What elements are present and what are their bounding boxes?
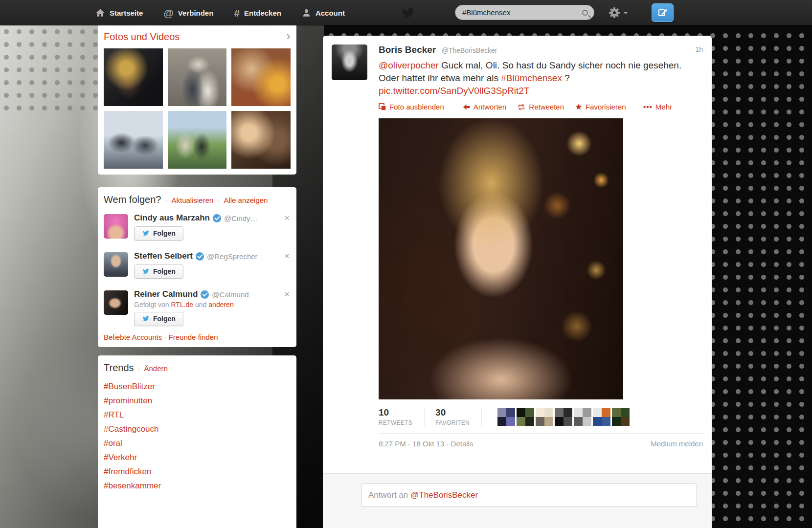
avatar[interactable] [574, 408, 591, 426]
photo-icon [379, 103, 386, 111]
timestamp-details: 8:27 PM - 18 Okt 13 · Details [379, 440, 473, 448]
nav-menu: Startseite @ Verbinden # Entdecken Accou… [95, 0, 345, 25]
home-icon [95, 8, 105, 18]
tweet-full-timestamp: 8:27 PM - 18 Okt 13 [379, 440, 444, 448]
nav-item-label: Startseite [110, 9, 143, 17]
find-friends-link[interactable]: Freunde finden [169, 333, 218, 341]
report-media-link[interactable]: Medium melden [651, 440, 703, 448]
avatar[interactable] [536, 408, 553, 426]
verified-badge-icon [201, 290, 209, 299]
person-icon [302, 8, 311, 18]
avatar[interactable] [104, 290, 128, 315]
follow-button-label: Folgen [153, 315, 176, 323]
retweet-icon [517, 104, 526, 110]
trend-link[interactable]: #BusenBlitzer [104, 382, 155, 391]
tweet-detail-card: Boris Becker @TheBorisBecker 1h @oliverp… [323, 36, 712, 528]
photo-thumbnail[interactable] [231, 48, 291, 106]
trend-link[interactable]: #RTL [104, 410, 124, 419]
suggestion-name[interactable]: Steffen Seibert [134, 251, 193, 261]
avatar[interactable] [497, 408, 515, 426]
trend-link[interactable]: #fremdficken [104, 467, 151, 476]
follow-button[interactable]: Folgen [134, 226, 183, 241]
avatar[interactable] [104, 214, 128, 239]
suggestion-name[interactable]: Cindy aus Marzahn [134, 213, 210, 223]
avatar[interactable] [104, 252, 128, 277]
tweet-meta-row: 8:27 PM - 18 Okt 13 · Details Medium mel… [379, 434, 703, 454]
tweet-author-avatar[interactable] [332, 44, 367, 80]
photo-thumbnail[interactable] [168, 48, 227, 106]
view-all-link[interactable]: Alle anzeigen [224, 196, 268, 204]
tweet-timestamp-relative[interactable]: 1h [695, 45, 703, 53]
tweet-action-bar: Foto ausblenden Antworten Retweeten Favo… [379, 103, 672, 111]
trend-list: #BusenBlitzer #prominutten #RTL #Casting… [104, 379, 291, 493]
popular-accounts-link[interactable]: Beliebte Accounts [104, 333, 162, 341]
pic-link[interactable]: pic.twitter.com/SanDyV0llG3SpRit2T [379, 85, 694, 97]
details-link[interactable]: Details [451, 440, 474, 448]
retweet-action[interactable]: Retweeten [517, 103, 564, 111]
close-icon[interactable]: × [284, 289, 290, 299]
verified-badge-icon [213, 214, 221, 222]
tweet-media-photo[interactable] [379, 118, 623, 399]
follow-button[interactable]: Folgen [134, 264, 183, 279]
avatar[interactable] [555, 408, 572, 426]
photos-videos-title[interactable]: Fotos und Videos [104, 31, 180, 43]
retweets-stat[interactable]: 10 RETWEETS [379, 407, 425, 426]
twitter-bird-icon[interactable] [400, 6, 416, 20]
avatar[interactable] [612, 408, 630, 426]
compose-tweet-button[interactable] [652, 3, 674, 22]
close-icon[interactable]: × [284, 213, 290, 222]
tweet-author-name[interactable]: Boris Becker [379, 44, 436, 55]
nav-item-account[interactable]: Account [302, 8, 345, 18]
suggestion-name[interactable]: Reiner Calmund [134, 289, 198, 299]
tweet-author-handle[interactable]: @TheBorisBecker [442, 46, 497, 54]
hide-photo-action[interactable]: Foto ausblenden [379, 103, 444, 111]
search-box[interactable] [455, 5, 594, 20]
change-trends-link[interactable]: Ändern [144, 364, 168, 373]
suggestion-handle[interactable]: @Calmund [212, 290, 248, 299]
nav-item-connect[interactable]: @ Verbinden [163, 8, 213, 18]
settings-menu-button[interactable] [609, 7, 628, 18]
reply-action[interactable]: Antworten [463, 103, 507, 111]
verified-badge-icon [196, 252, 204, 261]
trend-link[interactable]: #prominutten [104, 396, 152, 405]
close-icon[interactable]: × [284, 251, 290, 261]
trend-link[interactable]: #besenkammer [104, 481, 161, 490]
trend-link[interactable]: #Castingcouch [104, 424, 158, 434]
photo-thumbnail[interactable] [104, 111, 163, 169]
follow-button[interactable]: Folgen [134, 312, 183, 326]
suggestion-handle[interactable]: @Cindy… [224, 214, 258, 222]
reply-arrow-icon [463, 104, 471, 110]
trend-link[interactable]: #Verkehr [104, 453, 137, 462]
favorite-action[interactable]: Favorisieren [575, 103, 626, 111]
gear-icon [609, 7, 620, 18]
engagement-avatars [497, 408, 630, 426]
search-icon[interactable] [582, 10, 588, 16]
photo-thumbnail[interactable] [104, 48, 163, 106]
more-dots-icon: ••• [643, 103, 653, 111]
compose-tweet-icon [657, 7, 668, 18]
twitter-bird-icon [142, 315, 150, 322]
nav-item-label: Entdecken [244, 9, 281, 17]
twitter-bird-icon [142, 230, 150, 237]
followed-by-link[interactable]: RTL.de [171, 301, 194, 308]
nav-item-home[interactable]: Startseite [95, 8, 143, 18]
reply-footer: Antwort an @TheBorisBecker [323, 473, 712, 528]
followed-by-link[interactable]: anderen [208, 301, 233, 308]
refresh-link[interactable]: Aktualisieren [171, 196, 213, 204]
avatar[interactable] [593, 408, 610, 426]
trend-link[interactable]: #oral [104, 439, 122, 448]
chevron-right-icon[interactable]: › [286, 31, 291, 40]
suggestion-handle[interactable]: @RegSprecher [207, 252, 258, 261]
avatar[interactable] [517, 408, 534, 426]
more-action[interactable]: ••• Mehr [643, 103, 672, 111]
who-to-follow-card: Wem folgen? · Aktualisieren · Alle anzei… [98, 187, 296, 347]
followed-by-line: Gefolgt von RTL.de und anderen [134, 301, 291, 308]
reply-handle: @TheBorisBecker [410, 490, 478, 500]
photo-thumbnail[interactable] [231, 111, 291, 169]
nav-item-discover[interactable]: # Entdecken [234, 8, 281, 18]
reply-input[interactable]: Antwort an @TheBorisBecker [361, 484, 697, 507]
photo-thumbnail[interactable] [168, 111, 227, 169]
favorites-stat[interactable]: 30 FAVORITEN [435, 407, 482, 426]
search-input[interactable] [462, 8, 582, 17]
left-sidebar: Fotos und Videos › Wem folgen? · Aktuali… [98, 25, 296, 528]
